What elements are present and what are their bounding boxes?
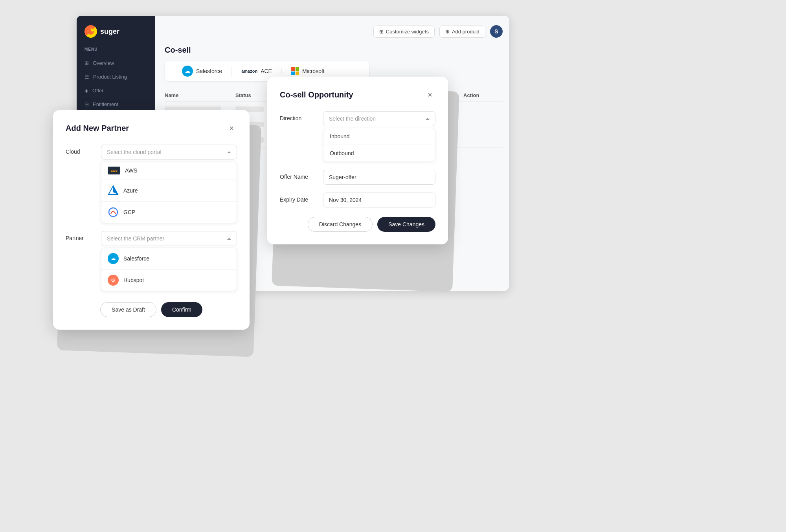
offer-icon: ◈	[84, 88, 88, 94]
partner-option-hubspot[interactable]: ⚙ Hubspot	[101, 270, 237, 291]
close-button[interactable]: ×	[226, 123, 237, 134]
partner-field-content: Select the CRM partner ☁ Salesforce ⚙ Hu…	[101, 231, 237, 291]
direction-chevron-icon	[426, 118, 430, 120]
direction-placeholder: Select the direction	[329, 116, 376, 122]
add-new-partner-modal: Add New Partner × Cloud Select the cloud…	[53, 110, 250, 330]
overview-icon: ⊞	[84, 60, 89, 66]
azure-icon	[108, 185, 119, 196]
azure-label: Azure	[123, 187, 138, 194]
logo-text: suger	[100, 28, 119, 36]
partner-label: Partner	[66, 231, 93, 241]
cosell-opportunity-modal: Co-sell Opportunity × Direction Select t…	[267, 77, 448, 244]
save-as-draft-button[interactable]: Save as Draft	[100, 302, 156, 317]
offer-name-label: Offer Name	[280, 170, 315, 180]
expiry-date-row: Expiry Date	[280, 193, 435, 207]
cosell-close-button[interactable]: ×	[424, 89, 435, 100]
salesforce-tab-label: Salesforce	[196, 68, 222, 74]
cloud-option-azure[interactable]: Azure	[101, 180, 237, 202]
sidebar-item-overview[interactable]: ⊞ Overview	[77, 56, 155, 70]
sidebar-item-label: Offer	[92, 88, 104, 94]
save-changes-button[interactable]: Save Changes	[377, 217, 435, 232]
avatar[interactable]: S	[490, 25, 503, 38]
gcp-label: GCP	[123, 209, 135, 215]
add-product-button[interactable]: ⊕ Add product	[439, 26, 485, 38]
direction-label: Direction	[280, 111, 315, 121]
hubspot-label: Hubspot	[123, 277, 144, 283]
cosell-modal-header: Co-sell Opportunity ×	[280, 89, 435, 100]
partner-dropdown: ☁ Salesforce ⚙ Hubspot	[101, 248, 237, 291]
expiry-date-input[interactable]	[323, 193, 435, 207]
partner-select[interactable]: Select the CRM partner	[101, 231, 237, 246]
col-action: Action	[463, 92, 503, 98]
sidebar-item-label: Product Listing	[93, 74, 127, 80]
entitlement-icon: ⊟	[84, 101, 89, 107]
customize-widgets-button[interactable]: ⊞ Customize widgets	[373, 26, 435, 38]
add-product-label: Add product	[452, 29, 479, 35]
discard-changes-button[interactable]: Discard Changes	[308, 217, 373, 232]
aws-icon: aws	[108, 167, 120, 174]
salesforce-logo: ☁	[182, 66, 193, 77]
page-title: Co-sell	[165, 46, 503, 55]
offer-name-row: Offer Name	[280, 170, 435, 185]
cloud-select[interactable]: Select the cloud portal	[101, 145, 237, 160]
partner-field: Partner Select the CRM partner ☁ Salesfo…	[66, 231, 237, 291]
microsoft-tab-label: Microsoft	[302, 68, 325, 74]
direction-dropdown: Inbound Outbound	[323, 128, 435, 162]
add-product-icon: ⊕	[445, 29, 450, 35]
amazon-logo: amazon	[241, 69, 257, 73]
modal-footer: Save as Draft Confirm	[66, 302, 237, 317]
cloud-tab-amazon[interactable]: amazon ACE	[232, 68, 282, 74]
cloud-tab-salesforce[interactable]: ☁ Salesforce	[173, 66, 232, 77]
direction-option-inbound[interactable]: Inbound	[323, 128, 435, 145]
sidebar-item-offer[interactable]: ◈ Offer	[77, 84, 155, 97]
salesforce-label: Salesforce	[123, 255, 149, 262]
amazon-tab-label: ACE	[261, 68, 272, 74]
cloud-label: Cloud	[66, 145, 93, 155]
offer-name-input[interactable]	[323, 170, 435, 185]
microsoft-logo	[291, 67, 299, 75]
cloud-option-gcp[interactable]: GCP	[101, 202, 237, 223]
sidebar-item-label: Overview	[93, 60, 114, 66]
cloud-option-aws[interactable]: aws AWS	[101, 161, 237, 180]
gcp-icon	[108, 207, 119, 218]
product-listing-icon: ☰	[84, 74, 89, 80]
aws-label: AWS	[125, 167, 137, 174]
customize-widgets-label: Customize widgets	[386, 29, 429, 35]
cloud-field-content: Select the cloud portal aws AWS Azure	[101, 145, 237, 223]
customize-icon: ⊞	[379, 29, 384, 35]
partner-select-placeholder: Select the CRM partner	[107, 235, 164, 242]
sidebar-item-product-listing[interactable]: ☰ Product Listing	[77, 70, 155, 84]
logo: suger	[77, 25, 155, 47]
cloud-tab-microsoft[interactable]: Microsoft	[282, 67, 334, 75]
logo-icon	[84, 25, 97, 38]
cosell-footer: Discard Changes Save Changes	[280, 217, 435, 232]
chevron-up-icon	[227, 151, 231, 153]
cosell-modal-title: Co-sell Opportunity	[280, 90, 353, 99]
confirm-button[interactable]: Confirm	[161, 302, 202, 317]
direction-select[interactable]: Select the direction	[323, 111, 435, 126]
menu-label: MENU	[77, 47, 155, 56]
direction-option-outbound[interactable]: Outbound	[323, 145, 435, 161]
chevron-up-icon-2	[227, 238, 231, 240]
svg-point-3	[109, 208, 118, 216]
direction-field: Select the direction Inbound Outbound	[323, 111, 435, 162]
partner-option-salesforce[interactable]: ☁ Salesforce	[101, 248, 237, 270]
sidebar-item-entitlement[interactable]: ⊟ Entitlement	[77, 97, 155, 111]
hubspot-icon: ⚙	[108, 275, 119, 286]
direction-row: Direction Select the direction Inbound O…	[280, 111, 435, 162]
expiry-date-label: Expiry Date	[280, 193, 315, 203]
salesforce-crm-icon: ☁	[108, 253, 119, 264]
modal-header: Add New Partner ×	[66, 123, 237, 134]
sidebar-item-label: Entitlement	[93, 101, 118, 107]
col-name: Name	[165, 92, 235, 98]
cloud-field: Cloud Select the cloud portal aws AWS	[66, 145, 237, 223]
cloud-select-placeholder: Select the cloud portal	[107, 149, 162, 155]
modal-title: Add New Partner	[66, 124, 129, 133]
top-bar: ⊞ Customize widgets ⊕ Add product S	[165, 25, 503, 38]
cloud-dropdown: aws AWS Azure GCP	[101, 161, 237, 223]
